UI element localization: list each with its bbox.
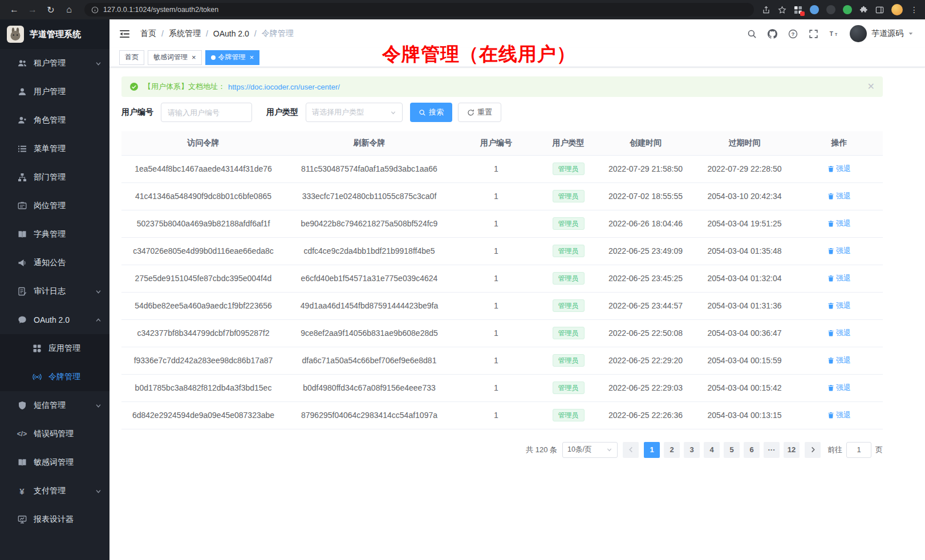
side-panel-icon[interactable] <box>875 6 884 14</box>
sidebar-item-audit-log[interactable]: 审计日志 <box>0 277 109 306</box>
sidebar-item-label: OAuth 2.0 <box>34 315 70 324</box>
site-info-icon[interactable] <box>91 6 99 14</box>
sidebar-item-post[interactable]: 岗位管理 <box>0 192 109 220</box>
extensions-puzzle-icon[interactable] <box>859 6 868 14</box>
breadcrumb-item: 令牌管理 <box>262 29 294 39</box>
force-logout-button[interactable]: 强退 <box>827 355 851 366</box>
sidebar-item-pay[interactable]: ¥支付管理 <box>0 477 109 505</box>
pagination-page-12[interactable]: 12 <box>784 442 800 458</box>
help-icon[interactable]: ? <box>788 29 798 39</box>
sidebar-item-oauth2-app[interactable]: 应用管理 <box>0 334 109 363</box>
sidebar-item-dept[interactable]: 部门管理 <box>0 163 109 192</box>
bookmark-star-icon[interactable] <box>778 6 786 14</box>
address-bar[interactable]: 127.0.0.1:1024/system/oauth2/token <box>84 3 754 17</box>
goto-page-input[interactable] <box>846 442 871 458</box>
access-token-cell: 54d6be82ee5a460a9aedc1f9bf223656 <box>121 292 285 319</box>
user-id-cell: 1 <box>453 401 539 429</box>
sidebar-item-report-designer[interactable]: 报表设计器 <box>0 505 109 534</box>
breadcrumb-item[interactable]: 首页 <box>140 29 156 39</box>
extension-green-icon[interactable] <box>843 5 852 14</box>
refresh-token-cell: 333ecfc71e02480cb11055c875c3ca0f <box>285 182 453 210</box>
browser-forward-button[interactable]: → <box>25 2 40 17</box>
user-id-cell: 1 <box>453 374 539 401</box>
log-icon <box>17 287 27 297</box>
fullscreen-icon[interactable] <box>809 29 818 39</box>
yen-icon: ¥ <box>17 486 27 496</box>
user-menu[interactable]: 芋道源码 <box>850 25 914 42</box>
pagination-next-button[interactable] <box>805 442 821 458</box>
user-type-select[interactable]: 请选择用户类型 <box>306 103 403 122</box>
sidebar-item-tenant[interactable]: 租户管理 <box>0 49 109 78</box>
sidebar-collapse-icon[interactable] <box>119 29 130 39</box>
force-logout-button[interactable]: 强退 <box>827 164 851 174</box>
force-logout-button[interactable]: 强退 <box>827 246 851 256</box>
pagination-more[interactable]: ··· <box>764 442 780 458</box>
tab-sensitive-word[interactable]: 敏感词管理× <box>148 50 202 65</box>
pagination-page-3[interactable]: 3 <box>684 442 700 458</box>
pagination-page-4[interactable]: 4 <box>704 442 720 458</box>
close-icon[interactable]: × <box>192 54 196 61</box>
sidebar-item-role[interactable]: 角色管理 <box>0 106 109 135</box>
breadcrumb-item[interactable]: OAuth 2.0 <box>213 29 249 38</box>
force-logout-button[interactable]: 强退 <box>827 191 851 201</box>
force-logout-button[interactable]: 强退 <box>827 218 851 229</box>
browser-back-button[interactable]: ← <box>7 2 22 17</box>
font-size-icon[interactable]: TT <box>829 29 839 39</box>
extension-blocker-icon[interactable] <box>794 6 802 14</box>
sidebar-item-label: 应用管理 <box>48 343 80 354</box>
browser-menu-icon[interactable]: ⋮ <box>910 5 918 14</box>
sidebar-item-sensitive-word[interactable]: 敏感词管理 <box>0 448 109 477</box>
browser-profile-avatar[interactable] <box>891 4 903 15</box>
pagination-page-2[interactable]: 2 <box>664 442 680 458</box>
browser-reload-button[interactable]: ↻ <box>43 2 58 17</box>
browser-actions: ⋮ <box>762 4 918 15</box>
extension-dark-icon[interactable] <box>826 5 835 14</box>
sidebar-item-label: 部门管理 <box>34 172 66 182</box>
search-icon[interactable] <box>747 29 757 39</box>
tab-home[interactable]: 首页 <box>119 50 144 65</box>
force-logout-button[interactable]: 强退 <box>827 410 851 420</box>
share-icon[interactable] <box>762 6 770 14</box>
pagination-page-6[interactable]: 6 <box>744 442 760 458</box>
access-token-cell: c342377bf8b344799dcbf7bf095287f2 <box>121 319 285 347</box>
force-logout-button[interactable]: 强退 <box>827 301 851 311</box>
pagination-page-1[interactable]: 1 <box>644 442 660 458</box>
sidebar-item-label: 令牌管理 <box>48 372 80 382</box>
github-icon[interactable] <box>768 29 777 39</box>
chevron-down-icon <box>95 403 102 409</box>
browser-home-button[interactable]: ⌂ <box>62 2 76 17</box>
doc-link[interactable]: https://doc.iocoder.cn/user-center/ <box>228 83 340 91</box>
force-logout-button[interactable]: 强退 <box>827 383 851 393</box>
select-placeholder: 请选择用户类型 <box>312 107 364 117</box>
user-type-tag: 管理员 <box>553 354 585 367</box>
close-icon[interactable]: ✕ <box>867 82 875 91</box>
active-tab-dot <box>211 55 216 60</box>
force-logout-button[interactable]: 强退 <box>827 273 851 283</box>
pagination-page-5[interactable]: 5 <box>724 442 740 458</box>
sidebar-item-user[interactable]: 用户管理 <box>0 78 109 106</box>
sidebar-item-notice[interactable]: 通知公告 <box>0 249 109 277</box>
extension-blue-icon[interactable] <box>810 5 819 14</box>
reset-button[interactable]: 重置 <box>458 103 501 122</box>
force-logout-button[interactable]: 强退 <box>827 328 851 338</box>
table-header-row: 访问令牌刷新令牌用户编号用户类型创建时间过期时间操作 <box>121 131 883 155</box>
sidebar-item-oauth2-token[interactable]: 令牌管理 <box>0 363 109 391</box>
close-icon[interactable]: × <box>250 54 254 61</box>
sidebar-item-dict[interactable]: 字典管理 <box>0 220 109 249</box>
sidebar: 芋道管理系统 租户管理用户管理角色管理菜单管理部门管理岗位管理字典管理通知公告审… <box>0 19 109 560</box>
breadcrumb-item[interactable]: 系统管理 <box>169 29 201 39</box>
tab-label: 敏感词管理 <box>153 52 188 62</box>
sidebar-item-sms[interactable]: 短信管理 <box>0 391 109 420</box>
sidebar-item-menu[interactable]: 菜单管理 <box>0 135 109 163</box>
main-area: 令牌管理（在线用户） 首页/系统管理/OAuth 2.0/令牌管理 ? <box>109 19 925 560</box>
user-id-input[interactable] <box>161 103 252 122</box>
search-button[interactable]: 搜索 <box>410 103 452 122</box>
svg-text:T: T <box>830 31 834 37</box>
chevron-down-icon <box>95 488 102 494</box>
tab-token[interactable]: 令牌管理× <box>205 50 260 65</box>
create-time-cell: 2022-06-25 22:29:03 <box>598 374 693 401</box>
sidebar-item-oauth2[interactable]: OAuth 2.0 <box>0 306 109 334</box>
pagination-prev-button[interactable] <box>623 442 639 458</box>
sidebar-item-error-code[interactable]: </>错误码管理 <box>0 420 109 448</box>
page-size-select[interactable]: 10条/页 <box>562 442 618 458</box>
